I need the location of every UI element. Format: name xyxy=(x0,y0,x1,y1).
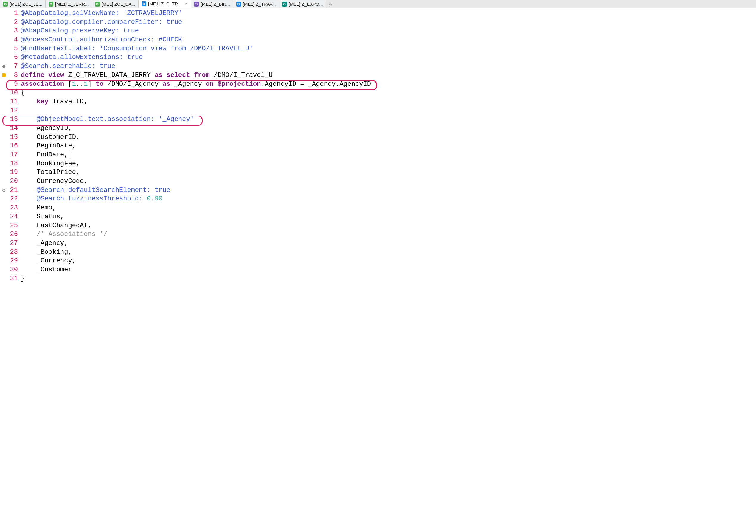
class-icon: G xyxy=(3,2,8,7)
class-icon: G xyxy=(49,2,53,7)
line-number: 26 xyxy=(8,230,21,239)
line-number: 8 xyxy=(8,71,21,80)
code-line: BookingFee, xyxy=(21,159,756,168)
gutter-marker[interactable] xyxy=(0,189,8,192)
line-number: 10 xyxy=(8,89,21,97)
tab-label: [ME1] Z_TRAV... xyxy=(243,2,276,7)
code-line: /* Associations */ xyxy=(21,230,756,239)
line-number: 19 xyxy=(8,168,21,177)
service-icon: S xyxy=(194,2,199,7)
line-number: 11 xyxy=(8,97,21,106)
code-line: _Agency, xyxy=(21,239,756,248)
line-number: 4 xyxy=(8,36,21,44)
line-number: 25 xyxy=(8,221,21,230)
cds-view-icon: D xyxy=(142,2,146,6)
line-number: 29 xyxy=(8,256,21,265)
line-number: 18 xyxy=(8,159,21,168)
tab-z-c-tr[interactable]: D [ME1] Z_C_TR... ✕ xyxy=(139,0,191,8)
tab-z-jerr[interactable]: G [ME1] Z_JERR... xyxy=(45,0,92,8)
code-line: CurrencyCode, xyxy=(21,177,756,186)
line-number: 13 xyxy=(8,115,21,124)
code-line: BeginDate, xyxy=(21,142,756,150)
line-number: 17 xyxy=(8,150,21,159)
line-number: 30 xyxy=(8,265,21,274)
line-number: 2 xyxy=(8,18,21,27)
line-number: 5 xyxy=(8,44,21,53)
code-line: CustomerID, xyxy=(21,133,756,142)
line-number: 7 xyxy=(8,62,21,71)
code-line: @AbapCatalog.preserveKey: true xyxy=(21,27,756,36)
code-line: define view Z_C_TRAVEL_DATA_JERRY as sel… xyxy=(21,71,756,80)
line-number: 9 xyxy=(8,80,21,89)
tab-z-expo[interactable]: O [ME1] Z_EXPO... xyxy=(279,0,326,8)
warning-icon xyxy=(2,73,6,77)
code-line: Memo, xyxy=(21,203,756,212)
code-line: @Search.searchable: true xyxy=(21,62,756,71)
line-number: 20 xyxy=(8,177,21,186)
tab-label: [ME1] Z_JERR... xyxy=(55,2,89,7)
tab-zcl-je[interactable]: G [ME1] ZCL_JE... xyxy=(0,0,45,8)
class-icon: G xyxy=(95,2,100,7)
code-line: key TravelID, xyxy=(21,97,756,106)
line-number: 28 xyxy=(8,248,21,257)
code-line xyxy=(21,106,756,115)
line-number: 27 xyxy=(8,239,21,248)
code-line: @Metadata.allowExtensions: true xyxy=(21,53,756,62)
editor-tab-bar: G [ME1] ZCL_JE... G [ME1] Z_JERR... G [M… xyxy=(0,0,756,8)
tab-label: [ME1] ZCL_JE... xyxy=(10,2,42,7)
line-number: 23 xyxy=(8,203,21,212)
tab-label: [ME1] Z_EXPO... xyxy=(289,2,323,7)
annotation-icon xyxy=(2,189,5,192)
code-line: @Search.defaultSearchElement: true xyxy=(21,186,756,195)
fold-icon xyxy=(2,65,5,68)
code-line: } xyxy=(21,274,756,283)
code-line: Status, xyxy=(21,212,756,221)
tab-label: [ME1] Z_BIN... xyxy=(201,2,230,7)
line-number: 22 xyxy=(8,195,21,203)
code-line: TotalPrice, xyxy=(21,168,756,177)
line-number: 6 xyxy=(8,53,21,62)
code-line: @ObjectModel.text.association: '_Agency' xyxy=(21,115,756,124)
code-line: { xyxy=(21,89,756,97)
line-number: 3 xyxy=(8,27,21,36)
code-line: association [1..1] to /DMO/I_Agency as _… xyxy=(21,80,756,89)
code-line: _Currency, xyxy=(21,256,756,265)
code-line: AgencyID, xyxy=(21,124,756,133)
code-editor[interactable]: 1@AbapCatalog.sqlViewName: 'ZCTRAVELJERR… xyxy=(0,8,756,283)
close-icon[interactable]: ✕ xyxy=(183,2,188,6)
tab-zcl-da[interactable]: G [ME1] ZCL_DA... xyxy=(92,0,139,8)
code-line: _Booking, xyxy=(21,248,756,257)
line-number: 12 xyxy=(8,106,21,115)
line-number: 15 xyxy=(8,133,21,142)
line-number: 14 xyxy=(8,124,21,133)
code-line: @EndUserText.label: 'Consumption view fr… xyxy=(21,44,756,53)
tab-label: [ME1] ZCL_DA... xyxy=(102,2,135,7)
gutter-marker[interactable] xyxy=(0,65,8,68)
code-line: LastChangedAt, xyxy=(21,221,756,230)
tab-z-bin[interactable]: S [ME1] Z_BIN... xyxy=(191,0,233,8)
code-line: @Search.fuzzinessThreshold: 0.90 xyxy=(21,195,756,203)
tab-z-trav[interactable]: B [ME1] Z_TRAV... xyxy=(233,0,279,8)
tab-label: [ME1] Z_C_TR... xyxy=(148,1,182,6)
behavior-icon: B xyxy=(236,2,241,7)
odata-icon: O xyxy=(282,2,287,7)
code-line: @AccessControl.authorizationCheck: #CHEC… xyxy=(21,36,756,44)
line-number: 31 xyxy=(8,274,21,283)
code-line: _Customer xyxy=(21,265,756,274)
gutter-marker[interactable] xyxy=(0,73,8,77)
line-number: 16 xyxy=(8,142,21,150)
more-tabs-button[interactable]: »₅ xyxy=(326,1,335,8)
code-line: @AbapCatalog.sqlViewName: 'ZCTRAVELJERRY… xyxy=(21,9,756,18)
line-number: 1 xyxy=(8,9,21,18)
line-number: 21 xyxy=(8,186,21,195)
code-line: @AbapCatalog.compiler.compareFilter: tru… xyxy=(21,18,756,27)
code-line: EndDate,| xyxy=(21,150,756,159)
line-number: 24 xyxy=(8,212,21,221)
